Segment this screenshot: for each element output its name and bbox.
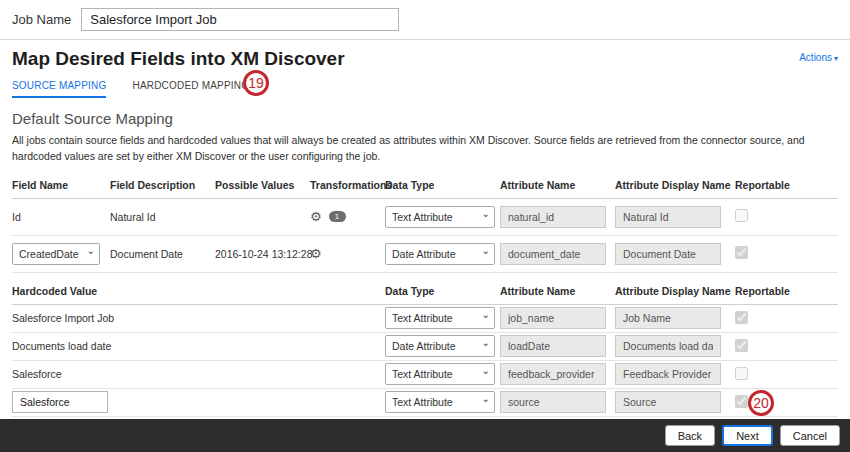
next-button[interactable]: Next <box>722 425 773 446</box>
hardcoded-table-row: Text Attribute <box>12 389 838 417</box>
main-content: Map Desired Fields into XM Discover Acti… <box>0 40 850 417</box>
attribute-name-input <box>500 335 606 357</box>
back-button[interactable]: Back <box>665 425 715 446</box>
col-header-field-description: Field Description <box>110 179 215 191</box>
reportable-checkbox <box>735 339 748 352</box>
data-type-select-wrap: Text Attribute <box>385 206 495 228</box>
col-header-attribute-display-name: Attribute Display Name <box>615 179 735 191</box>
job-name-label: Job Name <box>12 12 71 27</box>
section-title: Default Source Mapping <box>12 110 838 127</box>
data-type-select-wrap: Date Attribute <box>385 335 495 357</box>
attribute-name-input <box>500 206 606 228</box>
field-name-select[interactable]: CreatedDate <box>12 243 100 265</box>
reportable-checkbox <box>735 311 748 324</box>
data-type-select[interactable]: Date Attribute <box>385 243 495 265</box>
source-table-row: Id Natural Id ⚙ 1 Text Attribute <box>12 199 838 236</box>
attribute-name-input <box>500 307 606 329</box>
data-type-select[interactable]: Text Attribute <box>385 206 495 228</box>
actions-label: Actions <box>799 52 832 63</box>
source-mapping-table: Field Name Field Description Possible Va… <box>12 173 838 273</box>
col-header-possible-values: Possible Values <box>215 179 310 191</box>
field-description-text: Natural Id <box>110 211 215 223</box>
footer-bar: Back Next Cancel <box>0 419 850 452</box>
field-name-text: Id <box>12 211 110 223</box>
attribute-name-input <box>500 363 606 385</box>
transformations-count-badge: 1 <box>329 211 346 222</box>
source-table-header-row: Field Name Field Description Possible Va… <box>12 173 838 199</box>
hardcoded-table-row: Documents load date Date Attribute <box>12 333 838 361</box>
possible-values-text: 2016-10-24 13:12:28 <box>215 248 310 260</box>
data-type-select-wrap: Text Attribute <box>385 391 495 413</box>
col-header-data-type: Data Type <box>385 285 500 297</box>
attribute-name-input <box>500 391 606 413</box>
col-header-attribute-name: Attribute Name <box>500 179 615 191</box>
transformations-gear-icon[interactable]: ⚙ <box>310 246 322 261</box>
col-header-attribute-name: Attribute Name <box>500 285 615 297</box>
job-name-input[interactable] <box>81 8 399 31</box>
reportable-checkbox <box>735 395 748 408</box>
attribute-display-name-input <box>615 206 721 228</box>
attribute-display-name-input <box>615 363 721 385</box>
tab-source-mapping[interactable]: SOURCE MAPPING <box>12 80 106 98</box>
hardcoded-value-text: Salesforce <box>12 368 385 380</box>
cancel-button[interactable]: Cancel <box>780 425 840 446</box>
reportable-checkbox <box>735 209 748 222</box>
section-description: All jobs contain source fields and hardc… <box>12 133 838 165</box>
hardcoded-table-row: Salesforce Text Attribute <box>12 361 838 389</box>
field-description-text: Document Date <box>110 248 215 260</box>
actions-menu[interactable]: Actions▾ <box>799 52 838 63</box>
source-table-row: CreatedDate Document Date 2016-10-24 13:… <box>12 236 838 273</box>
annotation-step-19: 19 <box>243 70 269 96</box>
hardcoded-mapping-table: Hardcoded Value Data Type Attribute Name… <box>12 279 838 417</box>
attribute-display-name-input <box>615 391 721 413</box>
reportable-checkbox <box>735 367 748 380</box>
attribute-display-name-input <box>615 307 721 329</box>
data-type-select[interactable]: Text Attribute <box>385 391 495 413</box>
col-header-attribute-display-name: Attribute Display Name <box>615 285 735 297</box>
data-type-select[interactable]: Text Attribute <box>385 363 495 385</box>
hardcoded-table-row: Salesforce Import Job Text Attribute <box>12 305 838 333</box>
transformations-gear-icon[interactable]: ⚙ <box>310 209 322 224</box>
attribute-name-input <box>500 243 606 265</box>
col-header-data-type: Data Type <box>385 179 500 191</box>
annotation-step-20: 20 <box>748 390 774 416</box>
hardcoded-table-header-row: Hardcoded Value Data Type Attribute Name… <box>12 279 838 305</box>
attribute-display-name-input <box>615 335 721 357</box>
data-type-select-wrap: Date Attribute <box>385 243 495 265</box>
col-header-reportable: Reportable <box>735 179 838 191</box>
col-header-field-name: Field Name <box>12 179 110 191</box>
data-type-select[interactable]: Date Attribute <box>385 335 495 357</box>
hardcoded-value-text: Salesforce Import Job <box>12 312 385 324</box>
tab-hardcoded-mapping[interactable]: HARDCODED MAPPING <box>132 80 249 98</box>
col-header-hardcoded-value: Hardcoded Value <box>12 285 385 297</box>
reportable-checkbox <box>735 246 748 259</box>
caret-down-icon: ▾ <box>834 54 838 63</box>
data-type-select[interactable]: Text Attribute <box>385 307 495 329</box>
page-title: Map Desired Fields into XM Discover <box>12 48 345 70</box>
field-name-select-wrap: CreatedDate <box>12 243 100 265</box>
data-type-select-wrap: Text Attribute <box>385 307 495 329</box>
mapping-tabs: SOURCE MAPPING HARDCODED MAPPING <box>12 80 838 98</box>
col-header-reportable: Reportable <box>735 285 838 297</box>
data-type-select-wrap: Text Attribute <box>385 363 495 385</box>
attribute-display-name-input <box>615 243 721 265</box>
hardcoded-value-input[interactable] <box>12 391 108 413</box>
col-header-transformations: Transformations <box>310 179 385 191</box>
job-name-bar: Job Name <box>0 0 850 40</box>
hardcoded-value-text: Documents load date <box>12 340 385 352</box>
